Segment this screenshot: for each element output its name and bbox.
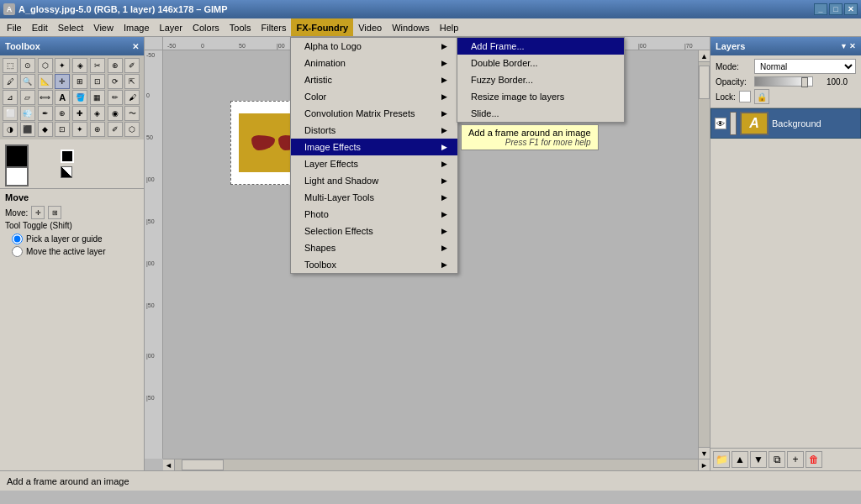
opacity-slider[interactable]: [754, 76, 813, 87]
menu-filters[interactable]: Filters: [256, 18, 292, 36]
new-layer-group-button[interactable]: 📁: [713, 451, 730, 468]
lock-pixels-checkbox[interactable]: [739, 91, 751, 102]
tool-measure[interactable]: 📐: [38, 74, 53, 89]
layers-panel-header: Layers ▼ ✕: [710, 37, 861, 55]
tool-eraser[interactable]: ⬜: [3, 106, 18, 121]
lock-icon[interactable]: 🔒: [754, 89, 769, 104]
close-button[interactable]: ✕: [844, 3, 858, 15]
tool-dodge-burn[interactable]: ◑: [3, 122, 18, 137]
toolbox-close-button[interactable]: ✕: [132, 42, 139, 51]
move-label: Move:: [5, 208, 28, 218]
scrollbar-vertical[interactable]: ▲ ▼: [698, 50, 710, 459]
layer-thumbnail: A: [740, 112, 769, 135]
tool-foreground-select[interactable]: ⊕: [108, 58, 123, 73]
menu-edit[interactable]: Edit: [27, 18, 53, 36]
scroll-left-button[interactable]: ◄: [163, 459, 175, 470]
tool-shear[interactable]: ⊿: [3, 90, 18, 105]
tool-extra1[interactable]: ⬛: [20, 122, 35, 137]
scroll-thumb-h[interactable]: [182, 459, 224, 470]
tool-select-by-color[interactable]: ◈: [72, 58, 87, 73]
tool-color-picker[interactable]: 🖊: [3, 74, 18, 89]
tool-extra5[interactable]: ⊕: [90, 122, 105, 137]
tool-free-select[interactable]: ⬡: [38, 58, 53, 73]
blend-mode-select[interactable]: Normal: [754, 59, 856, 74]
tool-grid: ⬚ ⊙ ⬡ ✦ ◈ ✂ ⊕ ✐ 🖊 🔍 📐 ✛ ⊞ ⊡ ⟳ ⇱ ⊿ ▱ ⟺ A …: [0, 55, 144, 139]
tool-text[interactable]: A: [55, 90, 70, 105]
tool-crop[interactable]: ⊡: [90, 74, 105, 89]
scroll-track-v[interactable]: [699, 62, 710, 447]
tool-heal[interactable]: ✚: [72, 106, 87, 121]
pick-layer-radio[interactable]: [12, 234, 23, 244]
move-layer-up-button[interactable]: ▲: [732, 451, 748, 468]
menu-fx-foundry[interactable]: FX-Foundry: [291, 18, 353, 36]
tool-ink[interactable]: ✒: [38, 106, 53, 121]
tool-blend[interactable]: ▦: [90, 90, 105, 105]
scroll-right-button[interactable]: ►: [698, 459, 710, 470]
layers-panel-menu[interactable]: ▼: [840, 42, 848, 50]
menu-select[interactable]: Select: [53, 18, 89, 36]
layer-visibility-toggle[interactable]: 👁: [715, 118, 726, 129]
tool-extra7[interactable]: ⬡: [124, 122, 140, 137]
reset-colors-button[interactable]: [61, 150, 74, 163]
scroll-down-button[interactable]: ▼: [699, 447, 710, 459]
layers-panel-close[interactable]: ✕: [849, 42, 856, 50]
menu-tools[interactable]: Tools: [224, 18, 256, 36]
opacity-slider-handle[interactable]: [801, 77, 808, 87]
tool-zoom[interactable]: 🔍: [20, 74, 35, 89]
menu-image[interactable]: Image: [119, 18, 155, 36]
tool-rotate[interactable]: ⟳: [108, 74, 123, 89]
tool-pencil[interactable]: ✏: [108, 90, 123, 105]
move-active-radio[interactable]: [12, 246, 23, 257]
tool-paths[interactable]: ✐: [124, 58, 140, 73]
delete-layer-button[interactable]: 🗑: [806, 451, 822, 468]
scroll-track-h[interactable]: [175, 459, 698, 470]
tool-scissors[interactable]: ✂: [90, 58, 105, 73]
tool-airbrush[interactable]: 💨: [20, 106, 35, 121]
layer-name: Background: [772, 118, 821, 129]
tool-perspective-clone[interactable]: ◈: [90, 106, 105, 121]
ruler-corner: [145, 37, 163, 50]
menu-file[interactable]: File: [2, 18, 27, 36]
tool-align[interactable]: ⊞: [72, 74, 87, 89]
tool-extra2[interactable]: ◆: [38, 122, 53, 137]
title-bar: A A_glossy.jpg-5.0 (RGB, 1 layer) 146x17…: [0, 0, 861, 18]
tool-scale[interactable]: ⇱: [124, 74, 140, 89]
tool-extra4[interactable]: ✦: [72, 122, 87, 137]
tool-smudge[interactable]: 〜: [124, 106, 140, 121]
tool-fuzzy-select[interactable]: ✦: [55, 58, 70, 73]
duplicate-layer-button[interactable]: ⧉: [769, 451, 785, 468]
menu-layer[interactable]: Layer: [155, 18, 188, 36]
layers-bottom-toolbar: 📁 ▲ ▼ ⧉ + 🗑: [710, 448, 861, 470]
tool-bucket-fill[interactable]: 🪣: [72, 90, 87, 105]
ruler-h-marks: -50 0 50 |00 |50 |00 |50 |00 |50 |00 |50…: [163, 37, 710, 50]
scroll-up-button[interactable]: ▲: [699, 50, 710, 62]
swap-colors-button[interactable]: [61, 166, 72, 178]
tool-move[interactable]: ✛: [55, 74, 70, 89]
foreground-color-swatch[interactable]: [5, 144, 29, 168]
layer-item[interactable]: 👁 A Background: [710, 108, 861, 139]
menu-windows[interactable]: Windows: [387, 18, 435, 36]
new-layer-button[interactable]: +: [787, 451, 804, 468]
tool-rectangle-select[interactable]: ⬚: [3, 58, 18, 73]
tool-ellipse-select[interactable]: ⊙: [20, 58, 35, 73]
menu-view[interactable]: View: [88, 18, 119, 36]
canvas-viewport[interactable]: [163, 50, 698, 459]
scrollbar-horizontal[interactable]: ◄ ►: [163, 459, 710, 470]
toolbox-header: Toolbox ✕: [0, 37, 144, 55]
tool-perspective[interactable]: ▱: [20, 90, 35, 105]
menu-colors[interactable]: Colors: [188, 18, 224, 36]
move-layer-down-button[interactable]: ▼: [750, 451, 767, 468]
tool-extra3[interactable]: ⊡: [55, 122, 70, 137]
menu-video[interactable]: Video: [353, 18, 387, 36]
candy-shape-1: [251, 135, 275, 150]
maximize-button[interactable]: □: [829, 3, 843, 15]
minimize-button[interactable]: _: [814, 3, 827, 15]
tool-paintbrush[interactable]: 🖌: [124, 90, 140, 105]
layers-panel: Layers ▼ ✕ Mode: Normal Opacity: 100.0: [710, 37, 861, 470]
tool-extra6[interactable]: ✐: [108, 122, 123, 137]
tool-blur-sharpen[interactable]: ◉: [108, 106, 123, 121]
menu-help[interactable]: Help: [435, 18, 464, 36]
scroll-thumb-v[interactable]: [699, 66, 710, 99]
tool-clone[interactable]: ⊕: [55, 106, 70, 121]
tool-flip[interactable]: ⟺: [38, 90, 53, 105]
